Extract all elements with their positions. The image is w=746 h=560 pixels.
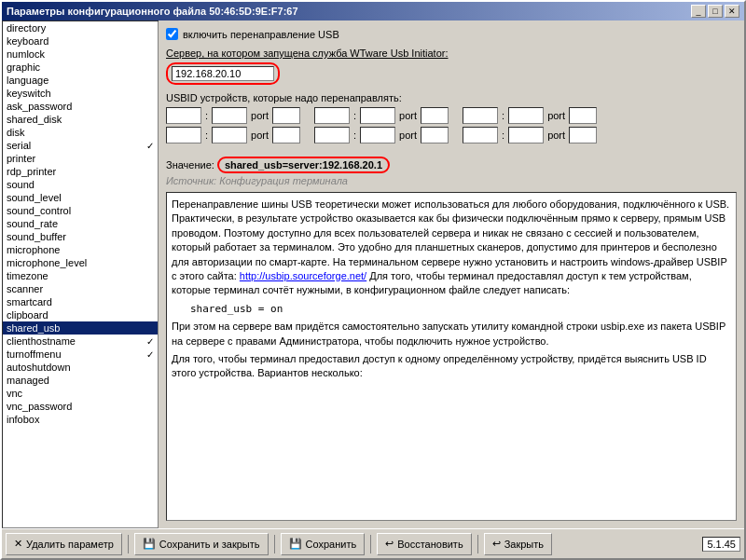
sidebar-item-label: keyswitch: [7, 88, 51, 99]
usbid-field-5b[interactable]: [508, 107, 544, 124]
usbid-field-2b[interactable]: [212, 127, 247, 143]
sidebar-item-serial[interactable]: serial✓: [3, 139, 158, 152]
sidebar-item-sound[interactable]: sound: [3, 178, 158, 191]
sidebar-item-vnc[interactable]: vnc: [3, 387, 158, 400]
sidebar-item-timezone[interactable]: timezone: [3, 269, 158, 282]
port-field-6[interactable]: [569, 127, 597, 143]
usbid-field-4b[interactable]: [360, 127, 395, 143]
close-icon: ↩: [492, 538, 501, 550]
sidebar-item-clipboard[interactable]: clipboard: [3, 308, 158, 321]
usbid-field-2a[interactable]: [166, 127, 201, 143]
sidebar-item-graphic[interactable]: graphic: [3, 61, 158, 74]
checkmark-icon: ✓: [146, 336, 154, 347]
desc-para-2: При этом на сервере вам придётся самосто…: [172, 320, 731, 348]
close-button-toolbar[interactable]: ↩ Закрыть: [484, 533, 552, 555]
sidebar-item-ask_password[interactable]: ask_password: [3, 100, 158, 113]
usbid-field-1b[interactable]: [212, 107, 247, 124]
maximize-button[interactable]: □: [708, 5, 723, 18]
sidebar-item-label: printer: [7, 153, 35, 164]
port-field-2[interactable]: [272, 127, 300, 143]
usbid-row1: : port: [166, 107, 300, 124]
sidebar-item-sound_level[interactable]: sound_level: [3, 191, 158, 204]
sidebar-item-infobox[interactable]: infobox: [3, 413, 158, 426]
sidebar-item-sound_control[interactable]: sound_control: [3, 204, 158, 217]
port-label4: port: [399, 130, 417, 141]
description-box[interactable]: Перенаправление шины USB теоретически мо…: [166, 192, 737, 521]
sidebar-item-label: sound: [7, 179, 35, 190]
sidebar-item-label: disk: [7, 127, 25, 138]
close-button[interactable]: ✕: [725, 5, 739, 18]
sidebar-item-label: scanner: [7, 283, 43, 294]
usb-redirect-checkbox[interactable]: [166, 28, 178, 40]
colon6: :: [502, 130, 504, 141]
value-prefix: Значение:: [166, 159, 214, 171]
usbid-row3: : port: [314, 107, 449, 124]
sidebar-item-language[interactable]: language: [3, 74, 158, 87]
minimize-button[interactable]: _: [691, 5, 706, 18]
usbid-field-6b[interactable]: [508, 127, 544, 143]
restore-button[interactable]: ↩ Восстановить: [377, 533, 471, 555]
main-window: Параметры конфигурационного файла 50:46:…: [0, 0, 746, 560]
port-field-3[interactable]: [421, 107, 449, 124]
usbid-field-5a[interactable]: [463, 107, 498, 124]
sidebar-item-sound_buffer[interactable]: sound_buffer: [3, 230, 158, 243]
separator3: [370, 535, 371, 553]
sidebar-item-keyswitch[interactable]: keyswitch: [3, 87, 158, 100]
sidebar-item-autoshutdown[interactable]: autoshutdown: [3, 361, 158, 374]
sidebar-item-microphone[interactable]: microphone: [3, 243, 158, 256]
usbid-field-4a[interactable]: [314, 127, 350, 143]
sidebar-item-clienthostname[interactable]: clienthostname✓: [3, 335, 158, 348]
port-label3: port: [399, 110, 417, 121]
save-close-button[interactable]: 💾 Сохранить и закрыть: [134, 533, 269, 555]
sidebar-item-label: shared_disk: [7, 114, 62, 125]
usbip-link[interactable]: http://usbip.sourceforge.net/: [240, 270, 366, 281]
sidebar-item-managed[interactable]: managed: [3, 374, 158, 387]
sidebar-item-smartcard[interactable]: smartcard: [3, 295, 158, 308]
save-close-label: Сохранить и закрыть: [159, 539, 260, 550]
usbid-label: USBID устройств, которые надо перенаправ…: [166, 92, 737, 103]
sidebar-item-label: language: [7, 75, 48, 86]
port-label1: port: [251, 110, 269, 121]
sidebar-item-turnoffmenu[interactable]: turnoffmenu✓: [3, 348, 158, 361]
sidebar-item-scanner[interactable]: scanner: [3, 282, 158, 295]
usbid-field-1a[interactable]: [166, 107, 201, 124]
restore-icon: ↩: [385, 538, 394, 550]
content-area: directorykeyboardnumlockgraphiclanguagek…: [2, 20, 744, 528]
usbid-field-3b[interactable]: [360, 107, 395, 124]
sidebar-item-label: microphone: [7, 244, 60, 255]
delete-button[interactable]: ✕ Удалить параметр: [6, 533, 122, 555]
port-field-4[interactable]: [421, 127, 449, 143]
colon1: :: [205, 110, 208, 121]
sidebar-item-label: directory: [7, 22, 46, 34]
usbid-col1: : port : port: [166, 107, 300, 143]
usbid-field-3a[interactable]: [314, 107, 350, 124]
sidebar-item-directory[interactable]: directory: [3, 21, 158, 34]
save-close-icon: 💾: [143, 538, 156, 550]
sidebar-item-sound_rate[interactable]: sound_rate: [3, 217, 158, 230]
sidebar-item-printer[interactable]: printer: [3, 152, 158, 165]
checkmark-icon: ✓: [146, 349, 154, 360]
sidebar-item-rdp_printer[interactable]: rdp_printer: [3, 165, 158, 178]
sidebar-item-microphone_level[interactable]: microphone_level: [3, 256, 158, 269]
port-field-1[interactable]: [272, 107, 300, 124]
sidebar-item-disk[interactable]: disk: [3, 126, 158, 139]
sidebar-item-label: serial: [7, 140, 31, 151]
value-row: Значение: shared_usb=server:192.168.20.1: [166, 157, 737, 173]
usbid-field-6a[interactable]: [463, 127, 498, 143]
window-title: Параметры конфигурационного файла 50:46:…: [7, 6, 298, 17]
sidebar-item-shared_disk[interactable]: shared_disk: [3, 113, 158, 126]
sidebar-item-label: clienthostname: [7, 335, 76, 347]
sidebar-item-label: vnc_password: [7, 401, 72, 412]
usbid-section: USBID устройств, которые надо перенаправ…: [166, 92, 737, 143]
sidebar-item-shared_usb[interactable]: shared_usb: [3, 321, 158, 335]
sidebar-item-numlock[interactable]: numlock: [3, 48, 158, 61]
server-input[interactable]: [172, 66, 274, 81]
sidebar-item-label: shared_usb: [7, 322, 61, 334]
window-controls: _ □ ✕: [691, 5, 739, 18]
colon5: :: [502, 110, 504, 121]
sidebar-item-keyboard[interactable]: keyboard: [3, 34, 158, 48]
save-button[interactable]: 💾 Сохранить: [281, 533, 366, 555]
sidebar-item-label: timezone: [7, 270, 48, 281]
sidebar-item-vnc_password[interactable]: vnc_password: [3, 400, 158, 413]
port-field-5[interactable]: [569, 107, 597, 124]
